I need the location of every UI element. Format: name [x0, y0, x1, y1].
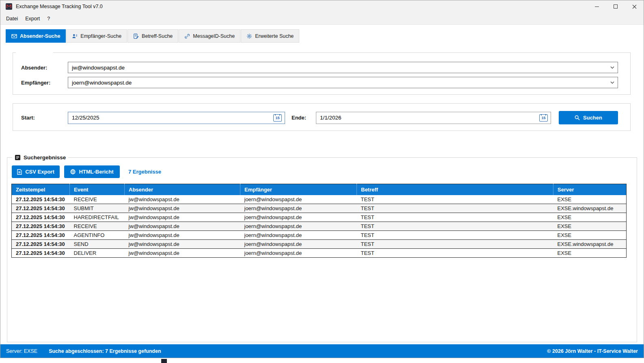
gear-icon [246, 33, 252, 39]
status-message: Suche abgeschlossen: 7 Ergebnisse gefund… [49, 348, 161, 354]
app-icon [6, 3, 12, 10]
maximize-button[interactable] [606, 0, 625, 13]
empfaenger-label: Empfänger: [21, 80, 68, 86]
column-header-server[interactable]: Server [553, 184, 627, 196]
close-button[interactable] [625, 0, 644, 13]
cell-betreff: TEST [357, 249, 553, 258]
cell-empfaenger: joern@windowspapst.de [240, 195, 357, 204]
empfaenger-input[interactable] [68, 77, 618, 88]
date-row: Start: 15 Ende: 15 Suchen [21, 111, 618, 124]
table-row[interactable]: 27.12.2025 14:54:30 SUBMIT jw@windowspap… [12, 204, 627, 213]
absender-label: Absender: [21, 65, 68, 71]
cell-server: EXSE [553, 249, 627, 258]
tab-label: MessageID-Suche [193, 33, 235, 39]
table-row[interactable]: 27.12.2025 14:54:30 HAREDIRECTFAIL jw@wi… [12, 213, 627, 222]
chevron-down-icon[interactable] [610, 66, 614, 69]
table-row[interactable]: 27.12.2025 14:54:30 RECEIVE jw@windowspa… [12, 222, 627, 231]
minimize-button[interactable] [588, 0, 606, 13]
tab-erweiterte-suche[interactable]: Erweiterte Suche [241, 29, 299, 43]
envelope-icon [11, 33, 17, 39]
suchen-button[interactable]: Suchen [559, 111, 618, 124]
results-title: Suchergebnisse [24, 154, 66, 161]
table-header-row: Zeitstempel Event Absender Empfänger Bet… [12, 184, 627, 196]
ende-label: Ende: [292, 115, 316, 121]
start-date-input[interactable] [68, 112, 273, 124]
table-row[interactable]: 27.12.2025 14:54:30 SEND jw@windowspapst… [12, 240, 627, 249]
person-icon [72, 33, 78, 39]
cell-empfaenger: joern@windowspapst.de [240, 231, 357, 240]
tab-label: Betreff-Suche [142, 33, 173, 39]
status-server: Server: EXSE [6, 348, 37, 354]
column-header-empfaenger[interactable]: Empfänger [240, 184, 357, 196]
cell-empfaenger: joern@windowspapst.de [240, 213, 357, 222]
column-header-zeitstempel[interactable]: Zeitstempel [12, 184, 70, 196]
cell-absender: jw@windowspapst.de [125, 249, 240, 258]
cell-betreff: TEST [357, 204, 553, 213]
results-legend: Suchergebnisse [12, 154, 68, 161]
table-row[interactable]: 27.12.2025 14:54:30 DELIVER jw@windowspa… [12, 249, 627, 258]
status-bar: Server: EXSE Suche abgeschlossen: 7 Erge… [0, 344, 644, 358]
cell-event: SEND [70, 240, 125, 249]
column-header-betreff[interactable]: Betreff [357, 184, 553, 196]
tab-absender-suche[interactable]: Absender-Suche [6, 29, 66, 43]
cell-absender: jw@windowspapst.de [125, 240, 240, 249]
cell-empfaenger: joern@windowspapst.de [240, 204, 357, 213]
table-row[interactable]: 27.12.2025 14:54:30 RECEIVE jw@windowspa… [12, 195, 627, 204]
results-table: Zeitstempel Event Absender Empfänger Bet… [11, 184, 627, 258]
cell-absender: jw@windowspapst.de [125, 195, 240, 204]
tab-empfaenger-suche[interactable]: Empfänger-Suche [66, 29, 127, 43]
cell-server: EXSE [553, 231, 627, 240]
tab-betreff-suche[interactable]: Betreff-Suche [128, 29, 178, 43]
cell-event: DELIVER [70, 249, 125, 258]
cell-betreff: TEST [357, 240, 553, 249]
csv-export-button[interactable]: CSV Export [12, 165, 60, 178]
menu-help[interactable]: ? [43, 14, 54, 23]
ende-date-picker[interactable]: 15 [316, 112, 551, 124]
cell-zeitstempel: 27.12.2025 14:54:30 [12, 204, 70, 213]
window-title: Exchange Message Tracking Tool v7.0 [16, 4, 103, 9]
tab-messageid-suche[interactable]: MessageID-Suche [179, 29, 240, 43]
menu-export[interactable]: Export [22, 14, 43, 23]
start-date-picker[interactable]: 15 [68, 112, 285, 124]
cell-zeitstempel: 27.12.2025 14:54:30 [12, 195, 70, 204]
absender-input[interactable] [68, 62, 618, 73]
groupbox-caption-gap [16, 52, 53, 53]
tab-strip: Absender-Suche Empfänger-Suche Betreff-S… [6, 29, 644, 43]
ende-date-input[interactable] [316, 112, 539, 124]
empfaenger-row: Empfänger: [21, 77, 618, 88]
cell-event: HAREDIRECTFAIL [70, 213, 125, 222]
absender-combobox[interactable] [68, 62, 618, 73]
chevron-down-icon[interactable] [610, 81, 614, 84]
link-icon [184, 33, 190, 39]
calendar-icon[interactable]: 15 [273, 114, 282, 122]
globe-icon [70, 169, 76, 174]
cell-server: EXSE [553, 213, 627, 222]
cell-betreff: TEST [357, 195, 553, 204]
column-header-event[interactable]: Event [70, 184, 125, 196]
calendar-icon[interactable]: 15 [539, 114, 548, 122]
html-report-button[interactable]: HTML-Bericht [64, 165, 120, 178]
app-window: Exchange Message Tracking Tool v7.0 Date… [0, 0, 644, 358]
window-controls [588, 0, 644, 13]
tab-label: Empfänger-Suche [80, 33, 121, 39]
cell-event: RECEIVE [70, 195, 125, 204]
cell-server: EXSE [553, 195, 627, 204]
empfaenger-combobox[interactable] [68, 77, 618, 88]
magnifier-icon [575, 115, 580, 120]
cell-zeitstempel: 27.12.2025 14:54:30 [12, 213, 70, 222]
results-actions: CSV Export HTML-Bericht 7 Ergebnisse [12, 165, 633, 178]
taskbar-fragment [161, 359, 167, 363]
cell-zeitstempel: 27.12.2025 14:54:30 [12, 231, 70, 240]
column-header-absender[interactable]: Absender [125, 184, 240, 196]
table-row[interactable]: 27.12.2025 14:54:30 AGENTINFO jw@windows… [12, 231, 627, 240]
cell-zeitstempel: 27.12.2025 14:54:30 [12, 240, 70, 249]
document-pencil-icon [133, 33, 139, 39]
report-icon [15, 154, 21, 161]
cell-zeitstempel: 27.12.2025 14:54:30 [12, 249, 70, 258]
cell-empfaenger: joern@windowspapst.de [240, 222, 357, 231]
cell-absender: jw@windowspapst.de [125, 213, 240, 222]
suchen-button-label: Suchen [583, 115, 602, 121]
tab-label: Absender-Suche [20, 33, 60, 39]
results-group: Suchergebnisse CSV Export HTML-Bericht 7… [7, 154, 637, 342]
menu-datei[interactable]: Datei [2, 14, 22, 23]
